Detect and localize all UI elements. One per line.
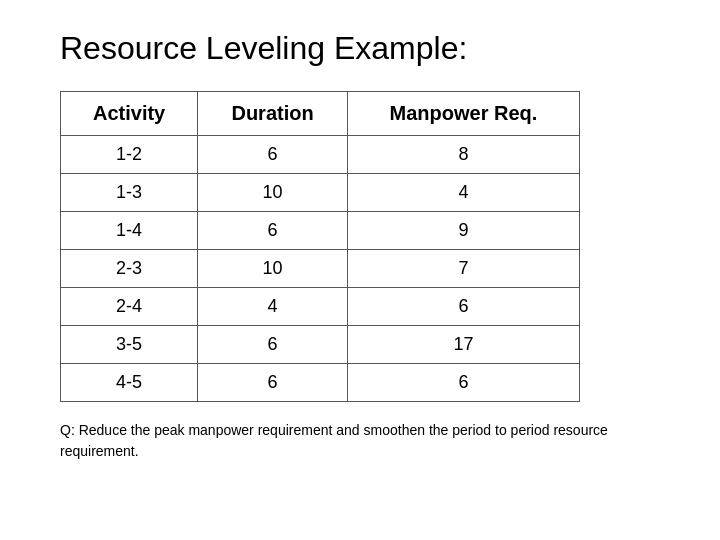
table-row: 1-268 (61, 136, 580, 174)
resource-table: Activity Duration Manpower Req. 1-2681-3… (60, 91, 580, 402)
cell-1-2: 4 (347, 174, 579, 212)
page-title: Resource Leveling Example: (60, 30, 467, 67)
cell-3-2: 7 (347, 250, 579, 288)
table-row: 3-5617 (61, 326, 580, 364)
cell-5-0: 3-5 (61, 326, 198, 364)
header-duration: Duration (198, 92, 348, 136)
cell-0-2: 8 (347, 136, 579, 174)
cell-2-2: 9 (347, 212, 579, 250)
cell-1-0: 1-3 (61, 174, 198, 212)
table-wrapper: Activity Duration Manpower Req. 1-2681-3… (60, 91, 660, 402)
cell-6-1: 6 (198, 364, 348, 402)
cell-4-1: 4 (198, 288, 348, 326)
cell-0-1: 6 (198, 136, 348, 174)
table-row: 2-3107 (61, 250, 580, 288)
cell-5-1: 6 (198, 326, 348, 364)
footnote-text: Q: Reduce the peak manpower requirement … (60, 420, 620, 462)
cell-4-0: 2-4 (61, 288, 198, 326)
cell-0-0: 1-2 (61, 136, 198, 174)
cell-1-1: 10 (198, 174, 348, 212)
table-row: 2-446 (61, 288, 580, 326)
cell-3-1: 10 (198, 250, 348, 288)
table-row: 1-469 (61, 212, 580, 250)
cell-6-0: 4-5 (61, 364, 198, 402)
cell-4-2: 6 (347, 288, 579, 326)
cell-2-1: 6 (198, 212, 348, 250)
table-row: 4-566 (61, 364, 580, 402)
table-row: 1-3104 (61, 174, 580, 212)
cell-2-0: 1-4 (61, 212, 198, 250)
table-header-row: Activity Duration Manpower Req. (61, 92, 580, 136)
cell-6-2: 6 (347, 364, 579, 402)
cell-3-0: 2-3 (61, 250, 198, 288)
header-activity: Activity (61, 92, 198, 136)
header-manpower: Manpower Req. (347, 92, 579, 136)
cell-5-2: 17 (347, 326, 579, 364)
